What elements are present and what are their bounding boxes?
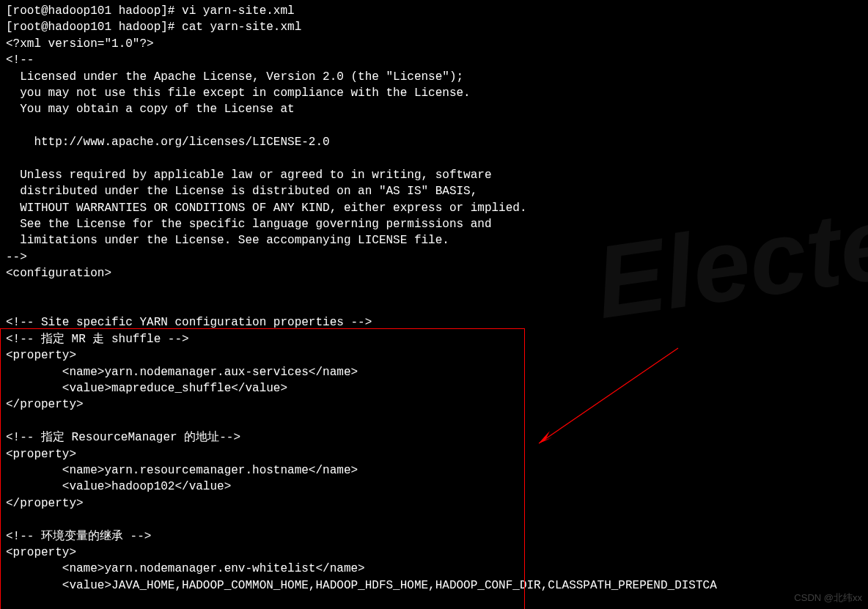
terminal-output: [root@hadoop101 hadoop]# vi yarn-site.xm… — [0, 0, 868, 597]
